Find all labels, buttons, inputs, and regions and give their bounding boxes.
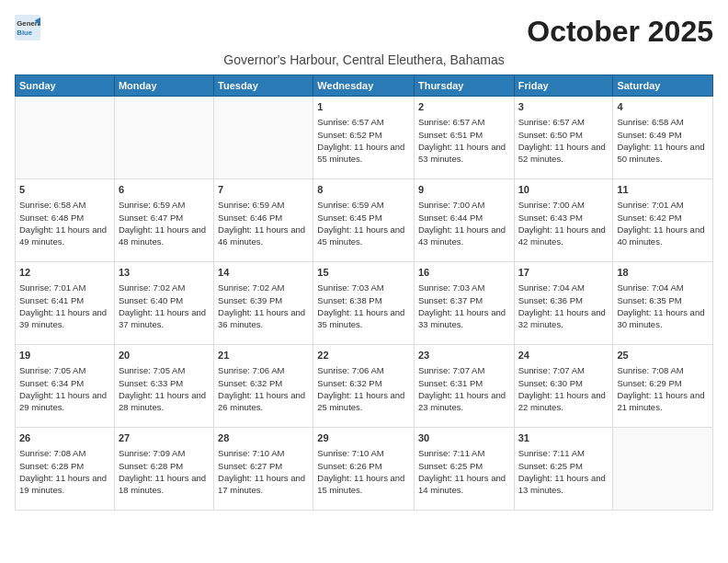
day-cell: 28Sunrise: 7:10 AMSunset: 6:27 PMDayligh…	[214, 428, 313, 511]
day-cell	[613, 428, 713, 511]
logo-icon: General Blue	[15, 15, 40, 40]
day-info: Sunrise: 7:08 AMSunset: 6:29 PMDaylight:…	[617, 364, 709, 413]
week-row-3: 12Sunrise: 7:01 AMSunset: 6:41 PMDayligh…	[16, 262, 713, 345]
day-cell: 19Sunrise: 7:05 AMSunset: 6:34 PMDayligh…	[16, 345, 115, 428]
day-info: Sunrise: 7:03 AMSunset: 6:37 PMDaylight:…	[418, 282, 510, 330]
day-number: 15	[317, 266, 410, 280]
day-cell: 4Sunrise: 6:58 AMSunset: 6:49 PMDaylight…	[613, 97, 713, 179]
day-info: Sunrise: 6:57 AMSunset: 6:51 PMDaylight:…	[418, 116, 510, 165]
day-cell: 31Sunrise: 7:11 AMSunset: 6:25 PMDayligh…	[514, 428, 613, 511]
day-number: 23	[418, 349, 510, 362]
page-header: General Blue October 2025	[15, 15, 713, 49]
day-cell: 25Sunrise: 7:08 AMSunset: 6:29 PMDayligh…	[613, 345, 713, 428]
day-cell	[114, 97, 213, 179]
day-info: Sunrise: 7:11 AMSunset: 6:25 PMDaylight:…	[418, 447, 510, 496]
weekday-header-tuesday: Tuesday	[214, 75, 313, 97]
day-number: 18	[617, 266, 709, 280]
day-info: Sunrise: 6:57 AMSunset: 6:52 PMDaylight:…	[317, 116, 410, 165]
day-cell: 8Sunrise: 6:59 AMSunset: 6:45 PMDaylight…	[313, 179, 415, 262]
day-info: Sunrise: 7:02 AMSunset: 6:39 PMDaylight:…	[218, 282, 309, 330]
day-number: 12	[19, 266, 110, 280]
day-info: Sunrise: 7:04 AMSunset: 6:36 PMDaylight:…	[518, 282, 609, 330]
day-number: 19	[19, 349, 110, 362]
day-info: Sunrise: 7:03 AMSunset: 6:38 PMDaylight:…	[317, 282, 410, 330]
day-number: 2	[418, 100, 510, 114]
day-number: 11	[617, 183, 709, 197]
day-cell: 10Sunrise: 7:00 AMSunset: 6:43 PMDayligh…	[514, 179, 613, 262]
day-number: 16	[418, 266, 510, 280]
day-cell: 6Sunrise: 6:59 AMSunset: 6:47 PMDaylight…	[114, 179, 213, 262]
weekday-header-thursday: Thursday	[414, 75, 514, 97]
day-cell: 22Sunrise: 7:06 AMSunset: 6:32 PMDayligh…	[313, 345, 415, 428]
day-number: 3	[518, 100, 609, 114]
day-number: 1	[317, 100, 410, 114]
day-cell: 5Sunrise: 6:58 AMSunset: 6:48 PMDaylight…	[16, 179, 115, 262]
day-info: Sunrise: 7:06 AMSunset: 6:32 PMDaylight:…	[218, 364, 309, 413]
day-info: Sunrise: 7:06 AMSunset: 6:32 PMDaylight:…	[317, 364, 410, 413]
day-cell: 21Sunrise: 7:06 AMSunset: 6:32 PMDayligh…	[214, 345, 313, 428]
day-cell: 11Sunrise: 7:01 AMSunset: 6:42 PMDayligh…	[613, 179, 713, 262]
day-info: Sunrise: 6:59 AMSunset: 6:46 PMDaylight:…	[218, 199, 309, 247]
day-info: Sunrise: 7:01 AMSunset: 6:42 PMDaylight:…	[617, 199, 709, 247]
day-cell: 9Sunrise: 7:00 AMSunset: 6:44 PMDaylight…	[414, 179, 514, 262]
day-cell: 29Sunrise: 7:10 AMSunset: 6:26 PMDayligh…	[313, 428, 415, 511]
day-number: 6	[119, 183, 210, 197]
day-number: 21	[218, 349, 309, 362]
weekday-header-friday: Friday	[514, 75, 613, 97]
month-title: October 2025	[527, 15, 713, 49]
day-number: 9	[418, 183, 510, 197]
week-row-1: 1Sunrise: 6:57 AMSunset: 6:52 PMDaylight…	[16, 97, 713, 179]
day-cell: 7Sunrise: 6:59 AMSunset: 6:46 PMDaylight…	[214, 179, 313, 262]
day-cell: 30Sunrise: 7:11 AMSunset: 6:25 PMDayligh…	[414, 428, 514, 511]
day-number: 13	[119, 266, 210, 280]
day-number: 8	[317, 183, 410, 197]
day-cell: 23Sunrise: 7:07 AMSunset: 6:31 PMDayligh…	[414, 345, 514, 428]
day-info: Sunrise: 6:59 AMSunset: 6:45 PMDaylight:…	[317, 199, 410, 247]
day-info: Sunrise: 7:09 AMSunset: 6:28 PMDaylight:…	[119, 447, 210, 496]
day-number: 25	[617, 349, 709, 362]
logo: General Blue	[15, 15, 40, 40]
day-number: 29	[317, 431, 410, 445]
day-cell: 18Sunrise: 7:04 AMSunset: 6:35 PMDayligh…	[613, 262, 713, 345]
day-number: 4	[617, 100, 709, 114]
day-info: Sunrise: 6:58 AMSunset: 6:48 PMDaylight:…	[19, 199, 110, 247]
day-number: 27	[119, 431, 210, 445]
day-number: 5	[19, 183, 110, 197]
day-info: Sunrise: 7:01 AMSunset: 6:41 PMDaylight:…	[19, 282, 110, 330]
day-cell: 20Sunrise: 7:05 AMSunset: 6:33 PMDayligh…	[114, 345, 213, 428]
day-info: Sunrise: 7:10 AMSunset: 6:27 PMDaylight:…	[218, 447, 309, 496]
day-info: Sunrise: 7:07 AMSunset: 6:30 PMDaylight:…	[518, 364, 609, 413]
day-cell: 24Sunrise: 7:07 AMSunset: 6:30 PMDayligh…	[514, 345, 613, 428]
day-number: 28	[218, 431, 309, 445]
day-number: 24	[518, 349, 609, 362]
day-cell: 27Sunrise: 7:09 AMSunset: 6:28 PMDayligh…	[114, 428, 213, 511]
weekday-header-monday: Monday	[114, 75, 213, 97]
day-info: Sunrise: 7:07 AMSunset: 6:31 PMDaylight:…	[418, 364, 510, 413]
day-cell: 12Sunrise: 7:01 AMSunset: 6:41 PMDayligh…	[16, 262, 115, 345]
week-row-5: 26Sunrise: 7:08 AMSunset: 6:28 PMDayligh…	[16, 428, 713, 511]
day-info: Sunrise: 6:57 AMSunset: 6:50 PMDaylight:…	[518, 116, 609, 165]
weekday-header-row: SundayMondayTuesdayWednesdayThursdayFrid…	[16, 75, 713, 97]
weekday-header-wednesday: Wednesday	[313, 75, 415, 97]
day-cell: 16Sunrise: 7:03 AMSunset: 6:37 PMDayligh…	[414, 262, 514, 345]
day-info: Sunrise: 6:58 AMSunset: 6:49 PMDaylight:…	[617, 116, 709, 165]
calendar-subtitle: Governor's Harbour, Central Eleuthera, B…	[15, 52, 713, 67]
day-info: Sunrise: 7:11 AMSunset: 6:25 PMDaylight:…	[518, 447, 609, 496]
day-cell: 14Sunrise: 7:02 AMSunset: 6:39 PMDayligh…	[214, 262, 313, 345]
day-info: Sunrise: 7:00 AMSunset: 6:43 PMDaylight:…	[518, 199, 609, 247]
svg-text:Blue: Blue	[17, 29, 33, 37]
day-cell	[214, 97, 313, 179]
day-cell: 15Sunrise: 7:03 AMSunset: 6:38 PMDayligh…	[313, 262, 415, 345]
calendar-table: SundayMondayTuesdayWednesdayThursdayFrid…	[15, 75, 713, 511]
week-row-2: 5Sunrise: 6:58 AMSunset: 6:48 PMDaylight…	[16, 179, 713, 262]
day-info: Sunrise: 7:02 AMSunset: 6:40 PMDaylight:…	[119, 282, 210, 330]
day-cell: 13Sunrise: 7:02 AMSunset: 6:40 PMDayligh…	[114, 262, 213, 345]
day-number: 10	[518, 183, 609, 197]
day-number: 14	[218, 266, 309, 280]
day-cell: 3Sunrise: 6:57 AMSunset: 6:50 PMDaylight…	[514, 97, 613, 179]
weekday-header-saturday: Saturday	[613, 75, 713, 97]
day-info: Sunrise: 6:59 AMSunset: 6:47 PMDaylight:…	[119, 199, 210, 247]
weekday-header-sunday: Sunday	[16, 75, 115, 97]
day-info: Sunrise: 7:05 AMSunset: 6:33 PMDaylight:…	[119, 364, 210, 413]
day-info: Sunrise: 7:08 AMSunset: 6:28 PMDaylight:…	[19, 447, 110, 496]
